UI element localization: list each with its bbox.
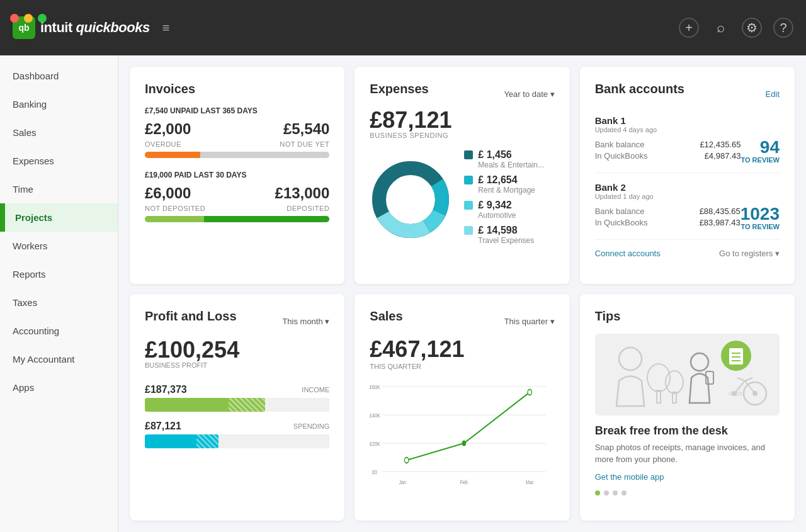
profit-loss-card: Profit and Loss This month ▾ £100,254 BU… [130,294,344,521]
bank2-qb-row: In QuickBooks £83,987.43 [595,218,741,227]
settings-icon[interactable]: ⚙ [742,18,762,38]
hamburger-menu[interactable]: ≡ [162,21,170,35]
sales-filter[interactable]: This quarter ▾ [504,317,555,326]
svg-point-16 [528,389,532,395]
svg-point-14 [405,457,409,463]
go-to-registers-link[interactable]: Go to registers ▾ [719,249,780,258]
unpaid-summary: £7,540 UNPAID LAST 365 DAYS [145,106,329,115]
sales-card: Sales This quarter ▾ £467,121 THIS QUART… [355,294,569,521]
tips-dot-3[interactable] [613,490,618,495]
bank2-section: Bank 2 Updated 1 day ago Bank balance £8… [595,182,780,240]
bank1-review-badge[interactable]: 94 TO REVIEW [741,139,780,164]
topbar-right: + ⌕ ⚙ ? [679,18,793,38]
connect-accounts-link[interactable]: Connect accounts [595,249,661,258]
bank2-review-badge[interactable]: 1023 TO REVIEW [741,205,780,230]
unpaid-period: LAST 365 DAYS [201,106,258,115]
svg-text:Feb: Feb [460,478,468,485]
tips-image [595,334,780,416]
tips-dot-1[interactable] [595,490,600,495]
income-bar-row: £187,373 INCOME [145,384,329,412]
app-body: Dashboard Banking Sales Expenses Time Pr… [0,55,806,532]
not-due-bar [200,152,329,158]
bank1-name: Bank 1 [595,115,780,126]
expenses-title: Expenses [370,82,428,96]
topbar: qb intuit quickbooks ≡ + ⌕ ⚙ ? [0,0,806,55]
bank-title: Bank accounts [595,82,684,96]
sidebar-item-my-accountant[interactable]: My Accountant [0,345,118,373]
sidebar-item-reports[interactable]: Reports [0,260,118,288]
invoices-card: Invoices £7,540 UNPAID LAST 365 DAYS £2,… [130,67,344,284]
not-deposited-label: NOT DEPOSITED [145,205,205,212]
expenses-legend: £ 1,456 Meals & Entertain... £ 12,654 Re… [464,149,554,250]
expenses-amount: £87,121 [370,109,554,132]
deposited-bar [204,216,329,222]
svg-text:£60K: £60K [370,383,380,390]
invoices-unpaid-bar [145,152,329,158]
unpaid-amount: £7,540 [145,106,168,115]
expenses-card: Expenses Year to date ▾ £87,121 BUSINESS… [355,67,569,284]
bank1-review-number: 94 [741,139,780,156]
deposited-label: DEPOSITED [287,205,329,212]
income-label-row: £187,373 INCOME [145,384,329,395]
tips-dots [595,490,780,495]
not-deposited-amount: £6,000 [145,184,191,202]
legend-text-meals: £ 1,456 Meals & Entertain... [478,149,544,169]
expenses-filter[interactable]: Year to date ▾ [504,89,554,99]
sidebar-item-time[interactable]: Time [0,175,118,203]
paid-summary: £19,000 PAID LAST 30 DAYS [145,171,329,179]
logo-initials: qb [18,23,29,33]
income-label: INCOME [302,386,329,393]
bank1-updated: Updated 4 days ago [595,126,780,133]
sales-header: Sales This quarter ▾ [370,309,554,334]
sidebar-item-projects[interactable]: Projects [0,203,118,232]
sidebar-item-apps[interactable]: Apps [0,373,118,402]
tips-dot-2[interactable] [604,490,609,495]
search-icon[interactable]: ⌕ [710,18,730,38]
bank2-updated: Updated 1 day ago [595,193,780,200]
legend-text-auto: £ 9,342 Automotive [478,200,516,220]
minimize-button[interactable] [24,14,33,23]
deposit-row: £6,000 £13,000 [145,184,329,202]
maximize-button[interactable] [38,14,47,23]
legend-dot-travel [464,226,473,235]
tips-card-desc: Snap photos of receipts, manage invoices… [595,441,780,466]
expenses-sublabel: BUSINESS SPENDING [370,132,554,139]
tips-card-title: Break free from the desk [595,424,780,438]
expenses-donut-chart [370,159,451,241]
svg-text:£40K: £40K [370,411,380,418]
bank2-balance-details: Bank balance £88,435.65 In QuickBooks £8… [595,207,741,229]
sidebar-item-banking[interactable]: Banking [0,90,118,118]
invoices-paid-bar [145,216,329,222]
overdue-row: £2,000 £5,540 [145,120,329,138]
legend-item-rent: £ 12,654 Rent & Mortgage [464,174,554,195]
sidebar-item-accounting[interactable]: Accounting [0,317,118,345]
bank2-balance-row: Bank balance £88,435.65 [595,207,741,216]
tips-dot-4[interactable] [622,490,627,495]
bank-edit-link[interactable]: Edit [766,89,780,99]
paid-label: PAID [174,171,192,179]
income-amount: £187,373 [145,384,187,395]
sidebar-item-dashboard[interactable]: Dashboard [0,62,118,90]
sidebar-item-taxes[interactable]: Taxes [0,288,118,317]
bank1-qb-row: In QuickBooks £4,987.43 [595,151,741,161]
pl-title: Profit and Loss [145,309,237,324]
profit-amount: £100,254 [145,339,329,361]
legend-dot-auto [464,201,473,210]
bank1-section: Bank 1 Updated 4 days ago Bank balance £… [595,115,780,173]
bank-accounts-card: Bank accounts Edit Bank 1 Updated 4 days… [580,67,795,284]
sidebar-item-workers[interactable]: Workers [0,232,118,260]
paid-amount: £19,000 [145,171,172,179]
close-button[interactable] [10,14,19,23]
spending-bar-track [145,434,329,448]
bank2-name: Bank 2 [595,182,780,193]
income-bar [145,398,265,412]
not-due-amount: £5,540 [283,120,329,138]
tips-mobile-link[interactable]: Get the mobile app [595,472,780,482]
spending-amount: £87,121 [145,421,181,432]
add-icon[interactable]: + [679,18,699,38]
legend-item-meals: £ 1,456 Meals & Entertain... [464,149,554,169]
sidebar-item-expenses[interactable]: Expenses [0,147,118,175]
help-icon[interactable]: ? [773,18,793,38]
sidebar-item-sales[interactable]: Sales [0,118,118,147]
pl-filter[interactable]: This month ▾ [282,317,329,326]
